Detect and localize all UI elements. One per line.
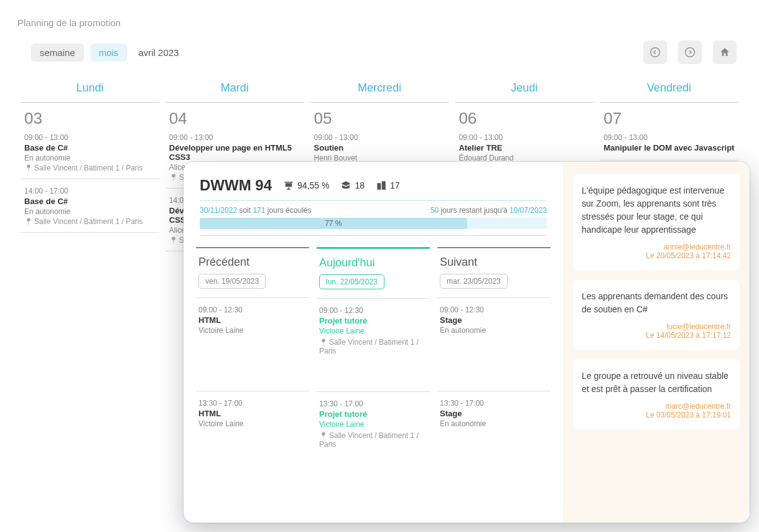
session-block[interactable]: 13:30 - 17:00HTMLVictoire Laine bbox=[196, 391, 309, 484]
modal-header: DWWM 94 94,55 % 18 17 bbox=[196, 177, 551, 200]
session-title: Stage bbox=[440, 409, 548, 418]
session-sub: Victoire Laine bbox=[198, 326, 307, 335]
event-time: 09:00 - 13:00 bbox=[459, 133, 590, 142]
event-time: 09:00 - 13:00 bbox=[169, 133, 300, 142]
day-header[interactable]: Jeudi bbox=[455, 75, 594, 103]
modal-title: DWWM 94 bbox=[200, 177, 272, 194]
session-title: Projet tutoré bbox=[319, 316, 427, 325]
modal-main: DWWM 94 94,55 % 18 17 30/11/2022 soit 17… bbox=[184, 162, 563, 523]
day-header[interactable]: Lundi bbox=[21, 75, 159, 103]
session-time: 09:00 - 12:30 bbox=[440, 306, 548, 314]
event-sub: Édouard Durand bbox=[459, 154, 590, 162]
event-title: Base de C# bbox=[24, 197, 156, 206]
session-block[interactable]: 09:00 - 12:30Projet tutoréVictoire Laine… bbox=[317, 298, 430, 391]
session-time: 13:30 - 17:00 bbox=[319, 399, 427, 408]
next-button[interactable] bbox=[678, 40, 702, 64]
event-time: 09:00 - 13:00 bbox=[24, 133, 156, 142]
session-title: HTML bbox=[198, 409, 307, 418]
svg-point-1 bbox=[686, 48, 695, 57]
stat-people: 18 bbox=[340, 180, 365, 191]
arrow-right-icon bbox=[685, 47, 695, 57]
stat-rate: 94,55 % bbox=[283, 180, 329, 191]
session-title: HTML bbox=[198, 315, 307, 325]
home-icon bbox=[719, 47, 730, 58]
event-sub: Henri Bouvet bbox=[314, 154, 445, 162]
svg-point-0 bbox=[651, 48, 660, 57]
day-header[interactable]: Mercredi bbox=[310, 75, 449, 103]
event-location: Salle Vincent / Batiment 1 / Paris bbox=[24, 164, 156, 172]
session-location: Salle Vincent / Batiment 1 / Paris bbox=[319, 431, 427, 449]
session-sub: Victoire Laine bbox=[198, 419, 307, 428]
progress-fill: 77 % bbox=[200, 218, 467, 229]
session-sub: En autonomie bbox=[440, 419, 548, 428]
note-text: Le groupe a retrouvé un niveau stable et… bbox=[582, 370, 731, 396]
event-title: Soutien bbox=[314, 143, 445, 152]
building-icon bbox=[376, 180, 387, 191]
session-block[interactable]: 13:30 - 17:00Projet tutoréVictoire Laine… bbox=[317, 391, 430, 485]
detail-modal: DWWM 94 94,55 % 18 17 30/11/2022 soit 17… bbox=[184, 162, 750, 523]
session-sub: En autonomie bbox=[440, 326, 548, 335]
note-meta: lucie@leducentre.frLe 14/05/2023 à 17:17… bbox=[582, 322, 731, 340]
session-title: Stage bbox=[440, 315, 548, 325]
note-meta: marc@leducentre.frLe 03/05/2023 à 17:19:… bbox=[582, 402, 731, 419]
event-sub: En autonomie bbox=[24, 154, 156, 162]
note-card[interactable]: L'équipe pédagogique est intervenue sur … bbox=[573, 174, 740, 270]
session-date-pill[interactable]: mar. 23/05/2023 bbox=[440, 274, 508, 289]
progress-start: 30/11/2022 soit 171 jours écoulés bbox=[200, 206, 311, 215]
calendar-event[interactable]: 09:00 - 13:00Base de C#En autonomieSalle… bbox=[21, 131, 159, 179]
session-column: Suivantmar. 23/05/202309:00 - 12:30Stage… bbox=[437, 247, 551, 485]
event-time: 09:00 - 13:00 bbox=[603, 133, 735, 142]
session-col-header: Précédent bbox=[196, 248, 309, 274]
day-column: Lundi0309:00 - 13:00Base de C#En autonom… bbox=[21, 75, 159, 256]
note-text: Les apprenants demandent des cours de so… bbox=[582, 290, 731, 316]
view-week-button[interactable]: semaine bbox=[31, 44, 84, 62]
note-card[interactable]: Le groupe a retrouvé un niveau stable et… bbox=[573, 360, 740, 429]
progress-bar: 77 % bbox=[200, 218, 547, 229]
calendar-event[interactable]: 14:00 - 17:00Base de C#En autonomieSalle… bbox=[21, 184, 159, 233]
day-header[interactable]: Vendredi bbox=[600, 75, 738, 103]
session-block[interactable]: 09:00 - 12:30HTMLVictoire Laine bbox=[196, 297, 309, 391]
session-column: Aujourd'huilun. 22/05/202309:00 - 12:30P… bbox=[317, 247, 430, 485]
session-title: Projet tutoré bbox=[319, 409, 427, 419]
day-number: 05 bbox=[310, 103, 449, 131]
session-block[interactable]: 13:30 - 17:00StageEn autonomie bbox=[437, 391, 551, 484]
home-button[interactable] bbox=[713, 40, 737, 64]
session-sub: Victoire Laine bbox=[319, 327, 427, 335]
progress-end: 50 jours restant jusqu'à 10/07/2023 bbox=[431, 206, 547, 215]
session-block[interactable]: 09:00 - 12:30StageEn autonomie bbox=[437, 297, 551, 391]
session-col-header: Suivant bbox=[437, 248, 551, 274]
arrow-left-icon bbox=[650, 47, 660, 57]
prev-button[interactable] bbox=[643, 40, 667, 64]
session-time: 13:30 - 17:00 bbox=[198, 399, 307, 408]
page-title: Planning de la promotion bbox=[0, 0, 759, 40]
note-meta: annie@leducentre.frLe 20/05/2023 à 17:14… bbox=[582, 243, 731, 260]
session-location: Salle Vincent / Batiment 1 / Paris bbox=[319, 338, 427, 355]
session-time: 13:30 - 17:00 bbox=[440, 399, 548, 408]
student-icon bbox=[340, 180, 352, 191]
event-time: 14:00 - 17:00 bbox=[24, 187, 156, 195]
note-card[interactable]: Les apprenants demandent des cours de so… bbox=[573, 280, 740, 350]
toolbar: semaine mois avril 2023 bbox=[0, 40, 759, 75]
view-month-button[interactable]: mois bbox=[90, 44, 128, 62]
event-sub: En autonomie bbox=[24, 207, 156, 216]
session-date-pill[interactable]: lun. 22/05/2023 bbox=[319, 274, 384, 289]
event-title: Manipuler le DOM avec Javascript bbox=[603, 143, 735, 152]
day-header[interactable]: Mardi bbox=[165, 75, 304, 103]
day-number: 04 bbox=[165, 103, 304, 131]
event-title: Atelier TRE bbox=[459, 143, 590, 152]
event-time: 09:00 - 13:00 bbox=[314, 133, 445, 142]
event-location: Salle Vincent / Batiment 1 / Paris bbox=[24, 217, 156, 226]
session-time: 09:00 - 12:30 bbox=[198, 306, 307, 314]
session-col-header: Aujourd'hui bbox=[317, 249, 430, 274]
calendar-event[interactable]: 09:00 - 13:00Manipuler le DOM avec Javas… bbox=[600, 131, 738, 161]
day-number: 06 bbox=[455, 103, 594, 131]
day-number: 03 bbox=[21, 103, 159, 131]
progress-section: 30/11/2022 soit 171 jours écoulés 50 jou… bbox=[200, 200, 547, 236]
current-month-label: avril 2023 bbox=[138, 47, 179, 58]
notes-panel: L'équipe pédagogique est intervenue sur … bbox=[563, 162, 750, 523]
stat-companies: 17 bbox=[376, 180, 400, 191]
session-sub: Victoire Laine bbox=[319, 420, 427, 429]
session-column: Précédentven. 19/05/202309:00 - 12:30HTM… bbox=[196, 247, 309, 485]
presentation-icon bbox=[283, 180, 294, 191]
session-date-pill[interactable]: ven. 19/05/2023 bbox=[198, 274, 266, 289]
